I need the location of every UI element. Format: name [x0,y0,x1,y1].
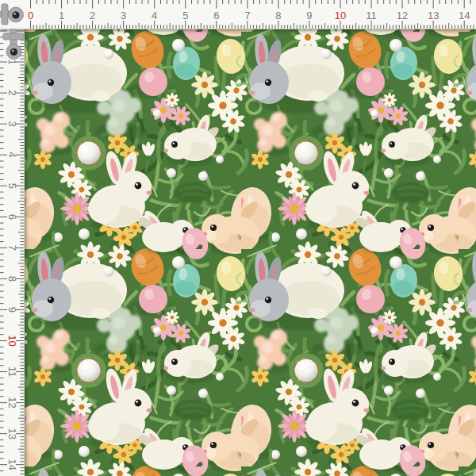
corner-hardware [0,0,32,73]
ruler-number: 13 [428,10,439,21]
ruler-number: 7 [6,245,18,251]
ruler-number: 13 [6,428,18,439]
ruler-number: 4 [6,152,18,158]
ruler-number: 2 [90,10,95,21]
ruler-number: 11 [6,367,18,378]
ruler-number: 10 [6,335,18,346]
ruler-number: 11 [366,10,377,21]
ruler-number: 6 [213,10,219,21]
ruler-number: 8 [6,276,18,282]
ruler-number: 12 [6,397,18,408]
ruler-number: 5 [6,183,18,189]
ruler-number: 5 [182,10,188,21]
ruler-number: 9 [306,10,312,21]
ruler-number: 9 [6,307,18,313]
ruler-number: 2 [6,90,18,95]
ruler-number: 10 [335,10,346,21]
ruler-number: 14 [459,10,470,21]
fabric-photo [0,0,476,476]
ruler-number: 4 [152,10,157,21]
ruler-number: 6 [6,214,18,220]
rivet-hole [10,48,17,56]
ruler-number: 1 [59,10,64,21]
key-icon [0,4,24,25]
ruler-number: 3 [6,121,18,127]
top-ruler: 01234567891011121314 [0,0,476,29]
ruler-number: 8 [275,10,281,21]
ruler-number: 7 [244,10,250,21]
ruler-number: 14 [6,459,18,470]
fabric [24,29,476,476]
ruler-number: 12 [397,10,408,21]
ruler-number: 3 [121,10,126,21]
top-ruler-scale: 01234567891011121314 [0,0,476,29]
rivet-hole [12,11,19,18]
